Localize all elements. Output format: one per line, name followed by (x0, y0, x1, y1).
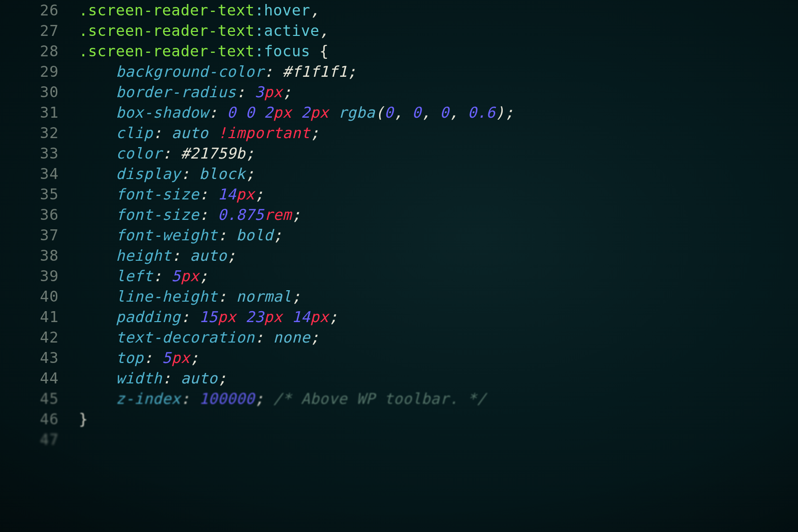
code-content[interactable]: font-size: 0.875rem; (79, 204, 301, 225)
code-line[interactable]: 28.screen-reader-text:focus { (0, 41, 514, 61)
code-content[interactable]: } (79, 409, 88, 429)
token-sp (236, 307, 246, 327)
code-line[interactable]: 33 color: #21759b; (0, 143, 514, 164)
code-line[interactable]: 45 z-index: 100000; /* Above WP toolbar.… (0, 388, 514, 409)
code-line[interactable]: 44 width: auto; (0, 368, 514, 388)
token-prop: color (116, 145, 162, 162)
code-line[interactable]: 29 background-color: #f1f1f1; (0, 61, 514, 82)
token-colon: : (153, 124, 163, 142)
code-line[interactable]: 40 line-height: normal; (0, 286, 514, 307)
code-line[interactable]: 27.screen-reader-text:active, (0, 20, 514, 41)
code-line[interactable]: 26.screen-reader-text:hover, (0, 0, 514, 20)
code-content[interactable]: .screen-reader-text:focus { (79, 41, 329, 61)
token-num: 0 (227, 104, 236, 121)
code-content[interactable]: .screen-reader-text:hover, (79, 0, 320, 20)
token-semi: ; (227, 247, 236, 264)
token-unit: px (181, 267, 199, 285)
code-content[interactable]: z-index: 100000; /* Above WP toolbar. */ (79, 388, 486, 409)
token-semi: ; (255, 185, 264, 203)
code-content[interactable]: line-height: normal; (79, 286, 301, 307)
token-semi: ; (347, 63, 357, 80)
line-number: 30 (0, 82, 79, 102)
code-content[interactable]: height: auto; (79, 245, 236, 266)
token-sp (264, 327, 273, 348)
token-kw: normal (236, 288, 292, 305)
code-content[interactable]: display: block; (79, 164, 255, 184)
code-line[interactable]: 30 border-radius: 3px; (0, 82, 514, 102)
code-content[interactable]: font-size: 14px; (79, 184, 264, 204)
line-number: 36 (0, 204, 79, 225)
code-editor[interactable]: 26.screen-reader-text:hover,27.screen-re… (0, 0, 514, 450)
code-line[interactable]: 31 box-shadow: 0 0 2px 2px rgba(0, 0, 0,… (0, 102, 514, 123)
token-sp (208, 123, 218, 143)
code-content[interactable]: box-shadow: 0 0 2px 2px rgba(0, 0, 0, 0.… (79, 102, 514, 123)
token-sp (310, 41, 320, 61)
token-num: 100000 (199, 390, 254, 407)
code-line[interactable]: 41 padding: 15px 23px 14px; (0, 307, 514, 327)
token-semi: ; (245, 145, 255, 162)
token-func: rgba (338, 104, 375, 121)
token-colon: : (217, 226, 227, 244)
token-sp (217, 102, 227, 123)
token-colon: : (255, 329, 264, 346)
token-pse: :focus (255, 42, 310, 60)
token-sp (227, 286, 236, 307)
token-prop: font-weight (116, 226, 217, 244)
token-sp (190, 307, 200, 327)
code-line[interactable]: 42 text-decoration: none; (0, 327, 514, 348)
code-line[interactable]: 34 display: block; (0, 164, 514, 184)
token-num: 2 (264, 104, 273, 121)
token-semi: ; (190, 349, 200, 366)
token-brace: } (79, 410, 88, 428)
token-pse: :hover (255, 1, 310, 19)
code-content[interactable]: padding: 15px 23px 14px; (79, 307, 338, 327)
line-number: 35 (0, 184, 79, 204)
token-prop: top (116, 349, 144, 366)
token-comma: , (394, 104, 403, 121)
line-number: 39 (0, 266, 79, 286)
code-line[interactable]: 35 font-size: 14px; (0, 184, 514, 204)
code-content[interactable]: .screen-reader-text:active, (79, 20, 329, 41)
token-prop: font-size (116, 206, 199, 223)
code-line[interactable]: 37 font-weight: bold; (0, 225, 514, 245)
code-content[interactable]: border-radius: 3px; (79, 82, 292, 102)
code-line[interactable]: 46} (0, 409, 514, 429)
token-semi: ; (245, 165, 255, 182)
code-line[interactable]: 43 top: 5px; (0, 348, 514, 368)
token-sp (227, 225, 236, 245)
code-line[interactable]: 47 (0, 429, 514, 450)
token-num: 2 (301, 104, 311, 121)
line-number: 45 (0, 388, 79, 409)
line-number: 46 (0, 409, 79, 429)
token-num: 14 (217, 185, 236, 203)
token-sp (255, 102, 264, 123)
token-prop: z-index (116, 390, 181, 407)
code-content[interactable]: font-weight: bold; (79, 225, 282, 245)
code-content[interactable]: background-color: #f1f1f1; (79, 61, 357, 82)
code-content[interactable]: top: 5px; (79, 348, 199, 368)
token-prop: display (116, 165, 181, 182)
token-semi: ; (255, 390, 264, 407)
token-sp (264, 388, 273, 409)
token-sp (292, 102, 301, 123)
token-num: 0 (440, 104, 449, 121)
code-content[interactable]: text-decoration: none; (79, 327, 320, 348)
code-content[interactable]: clip: auto !important; (79, 123, 320, 143)
code-content[interactable]: width: auto; (79, 368, 227, 388)
code-line[interactable]: 32 clip: auto !important; (0, 123, 514, 143)
code-line[interactable]: 36 font-size: 0.875rem; (0, 204, 514, 225)
token-sel: .screen-reader-text (79, 22, 255, 39)
line-number: 34 (0, 164, 79, 184)
code-line[interactable]: 38 height: auto; (0, 245, 514, 266)
code-line[interactable]: 39 left: 5px; (0, 266, 514, 286)
token-num: 5 (162, 349, 172, 366)
token-num: 0 (245, 104, 255, 121)
code-content[interactable]: color: #21759b; (79, 143, 255, 164)
token-prop: text-decoration (116, 329, 254, 346)
token-num: 15 (199, 308, 217, 326)
token-unit: px (264, 308, 282, 326)
token-sp (181, 245, 190, 266)
code-content[interactable]: left: 5px; (79, 266, 208, 286)
line-number: 26 (0, 0, 79, 20)
token-colon: : (181, 390, 190, 407)
